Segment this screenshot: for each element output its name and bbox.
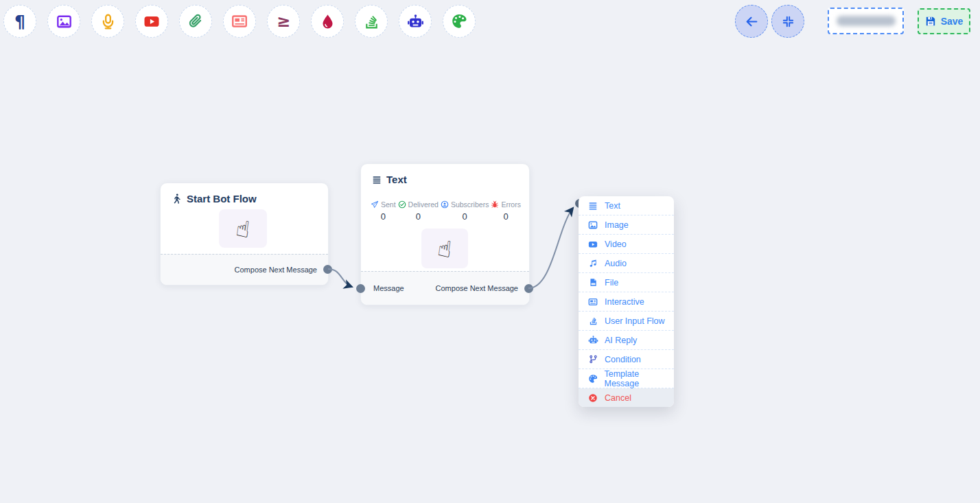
toolbar-button-condition[interactable]: ≥ (267, 5, 300, 38)
microphone-icon (100, 14, 116, 30)
stat-label: Sent (381, 200, 396, 209)
text-node-footer: Message Compose Next Message (361, 271, 529, 305)
stack-overflow-icon (364, 14, 380, 30)
robot-icon (587, 335, 598, 345)
menu-item-image[interactable]: Image (579, 215, 674, 235)
save-button-label: Save (941, 16, 964, 27)
palette-icon (587, 374, 598, 384)
text-node-title: Text (386, 174, 407, 185)
newspaper-icon (231, 13, 248, 30)
music-note-icon (587, 259, 598, 268)
stat-label: Delivered (408, 200, 439, 209)
stack-overflow-icon (587, 316, 598, 325)
menu-item-condition[interactable]: Condition (579, 350, 674, 369)
user-circle-icon (441, 200, 449, 209)
menu-item-ai-reply[interactable]: AI Reply (579, 331, 674, 350)
edge-text-to-menu (528, 208, 573, 288)
floppy-disk-icon (925, 16, 936, 27)
code-branch-icon (587, 355, 598, 364)
text-node-input-label: Message (373, 284, 404, 292)
stat-subscribers: Subscribers 0 (441, 200, 489, 222)
circle-xmark-icon (587, 393, 598, 403)
menu-item-file[interactable]: File (579, 273, 674, 292)
back-button[interactable] (735, 5, 768, 38)
file-icon (587, 278, 598, 287)
stat-value: 0 (504, 211, 509, 222)
start-node-header: Start Bot Flow (172, 193, 317, 204)
image-icon (56, 14, 72, 30)
stat-value: 0 (463, 211, 467, 222)
menu-item-template-message[interactable]: Template Message (579, 369, 674, 388)
hand-pointer-icon: ☝ (234, 214, 251, 242)
flow-name-input[interactable] (828, 8, 904, 34)
stat-label: Subscribers (451, 200, 489, 209)
menu-item-label: Template Message (604, 369, 674, 388)
menu-item-label: Text (605, 201, 620, 211)
start-node-drag-area[interactable]: ☝ (219, 209, 267, 248)
menu-item-label: Video (605, 239, 627, 249)
start-bot-flow-node[interactable]: Start Bot Flow ☝ Compose Next Message (160, 183, 329, 285)
justify-icon (587, 201, 598, 211)
greater-equal-icon: ≥ (277, 13, 290, 30)
text-node-stats: Sent 0 Delivered 0 Subscribers 0 Errors … (371, 200, 521, 222)
text-node-output-label: Compose Next Message (436, 284, 518, 292)
menu-item-label: User Input Flow (605, 316, 665, 326)
text-node-output-handle[interactable] (524, 284, 533, 293)
hand-pointer-icon: ☝ (436, 234, 453, 262)
menu-item-label: AI Reply (605, 336, 637, 345)
compress-icon (782, 15, 795, 28)
stat-sent: Sent 0 (371, 200, 396, 222)
droplet-icon (320, 14, 336, 30)
start-node-output-handle[interactable] (323, 265, 332, 274)
justify-icon (372, 175, 382, 185)
toolbar-button-drip[interactable] (311, 5, 344, 38)
redacted-flow-name (837, 16, 896, 26)
text-node-header: Text (372, 174, 518, 185)
menu-item-audio[interactable]: Audio (579, 254, 674, 273)
robot-icon (407, 13, 424, 30)
person-walking-icon (172, 194, 182, 204)
newspaper-icon (587, 297, 598, 307)
start-node-output-label: Compose Next Message (235, 266, 317, 274)
start-node-footer: Compose Next Message (161, 254, 328, 285)
menu-item-text[interactable]: Text (579, 196, 674, 215)
toolbar-button-video[interactable] (135, 5, 168, 38)
menu-item-label: Image (605, 220, 629, 230)
arrow-left-icon (745, 14, 759, 29)
add-node-context-menu: Text Image Video Audio File Interactive … (579, 196, 674, 407)
start-node-title: Start Bot Flow (187, 193, 257, 204)
text-node[interactable]: Text Sent 0 Delivered 0 Subscribers 0 Er… (360, 163, 530, 305)
toolbar-button-user-input-flow[interactable] (355, 5, 388, 38)
check-circle-icon (398, 200, 406, 209)
edge-start-to-text (328, 269, 352, 287)
toolbar-button-ai-reply[interactable] (399, 5, 432, 38)
toolbar-button-audio[interactable] (91, 5, 124, 38)
menu-item-video[interactable]: Video (579, 235, 674, 254)
stat-errors: Errors 0 (491, 200, 521, 222)
save-button[interactable]: Save (918, 8, 970, 34)
toolbar-button-image[interactable] (47, 5, 80, 38)
menu-item-label: File (605, 278, 618, 288)
fit-view-button[interactable] (771, 5, 804, 38)
toolbar-button-text[interactable]: ¶ (3, 5, 36, 38)
stat-value: 0 (416, 211, 421, 222)
bug-icon (491, 200, 499, 209)
video-icon (587, 239, 598, 249)
palette-icon (451, 13, 467, 30)
menu-item-label: Cancel (605, 393, 631, 403)
menu-item-cancel[interactable]: Cancel (579, 388, 674, 407)
menu-item-interactive[interactable]: Interactive (579, 292, 674, 312)
text-node-drag-area[interactable]: ☝ (421, 229, 468, 268)
paperclip-icon (187, 13, 204, 30)
text-node-input-handle[interactable] (356, 284, 365, 293)
toolbar-button-interactive[interactable] (223, 5, 256, 38)
menu-item-label: Interactive (605, 297, 644, 307)
menu-item-user-input-flow[interactable]: User Input Flow (579, 312, 674, 331)
menu-item-label: Condition (605, 355, 641, 364)
youtube-icon (143, 13, 160, 30)
toolbar-button-file[interactable] (179, 5, 212, 38)
menu-item-label: Audio (605, 259, 627, 268)
toolbar-button-template[interactable] (443, 5, 476, 38)
stat-delivered: Delivered 0 (398, 200, 439, 222)
stat-value: 0 (381, 211, 386, 222)
